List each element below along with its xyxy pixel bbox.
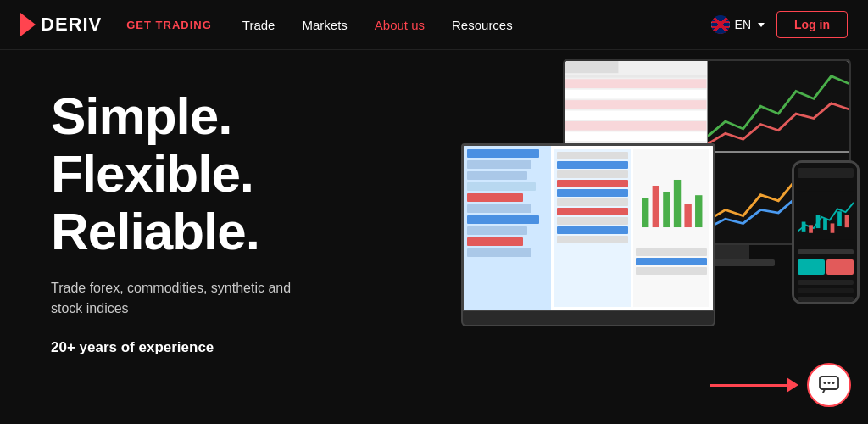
main-nav: Trade Markets About us Resources: [242, 18, 711, 32]
svg-rect-3: [565, 79, 707, 88]
hero-section: Simple. Flexible. Reliable. Trade forex,…: [0, 50, 868, 424]
deriv-logo: DERIV: [20, 13, 102, 36]
svg-rect-22: [684, 204, 691, 227]
hero-subtext: Trade forex, commodities, synthetic and …: [51, 278, 305, 319]
navbar-right: EN Log in: [711, 11, 848, 38]
chat-button[interactable]: [807, 363, 851, 407]
navbar: DERIV GET TRADING Trade Markets About us…: [0, 0, 868, 50]
svg-point-35: [832, 382, 835, 384]
svg-rect-19: [653, 186, 659, 227]
nav-trade[interactable]: Trade: [242, 18, 275, 32]
language-selector[interactable]: EN: [711, 15, 765, 34]
arrow-shaft: [710, 384, 787, 387]
svg-rect-6: [565, 111, 707, 120]
chat-icon: [818, 374, 840, 396]
logo-get-trading: GET TRADING: [126, 19, 212, 31]
phone-buy-btn: [798, 259, 825, 275]
svg-rect-5: [565, 100, 707, 109]
svg-rect-8: [565, 131, 707, 141]
hero-headline-line2: Flexible.: [51, 144, 253, 203]
device-laptop: [461, 143, 715, 313]
chat-area: [710, 363, 851, 407]
svg-rect-31: [845, 215, 849, 227]
nav-about-us[interactable]: About us: [375, 18, 425, 32]
phone-screen: [794, 163, 857, 302]
nav-markets[interactable]: Markets: [302, 18, 347, 32]
svg-rect-23: [695, 195, 702, 227]
svg-rect-25: [802, 222, 806, 232]
svg-point-33: [824, 382, 826, 384]
device-phone: [792, 160, 860, 304]
nav-resources[interactable]: Resources: [452, 18, 513, 32]
svg-point-34: [828, 382, 831, 384]
language-label: EN: [735, 18, 751, 31]
svg-rect-18: [642, 198, 648, 227]
phone-sell-btn: [826, 259, 854, 275]
svg-rect-21: [674, 180, 681, 227]
logo[interactable]: DERIV GET TRADING: [20, 12, 212, 37]
arrow-right: [710, 377, 798, 393]
svg-rect-20: [663, 192, 670, 227]
svg-rect-7: [565, 121, 707, 131]
laptop-base: [461, 311, 715, 326]
laptop-main-area: [551, 146, 713, 310]
phone-action-buttons: [798, 259, 854, 275]
phone-chart: [798, 181, 854, 249]
svg-rect-29: [831, 223, 835, 232]
laptop-screen: [464, 146, 713, 310]
arrow-head-icon: [787, 377, 798, 393]
hero-headline-line3: Reliable.: [51, 202, 259, 260]
chevron-down-icon: [758, 23, 765, 27]
hero-headline-line1: Simple.: [51, 86, 232, 145]
flag-icon: [711, 15, 730, 34]
hero-headline: Simple. Flexible. Reliable.: [51, 87, 407, 261]
svg-rect-2: [565, 75, 707, 78]
svg-rect-1: [565, 61, 618, 73]
logo-divider: [114, 12, 114, 37]
logo-chevron-icon: [20, 13, 36, 36]
svg-rect-26: [809, 225, 813, 232]
login-button[interactable]: Log in: [776, 11, 848, 38]
hero-left: Simple. Flexible. Reliable. Trade forex,…: [0, 50, 407, 424]
chart-panel-2: [708, 61, 849, 152]
chart-panel-1: [565, 61, 707, 152]
svg-rect-27: [816, 215, 821, 228]
svg-rect-28: [823, 219, 827, 230]
hero-experience: 20+ years of experience: [51, 339, 407, 356]
svg-rect-4: [565, 90, 707, 99]
laptop-sidebar: [464, 146, 551, 310]
svg-rect-30: [837, 211, 842, 226]
logo-text: DERIV: [41, 14, 102, 36]
